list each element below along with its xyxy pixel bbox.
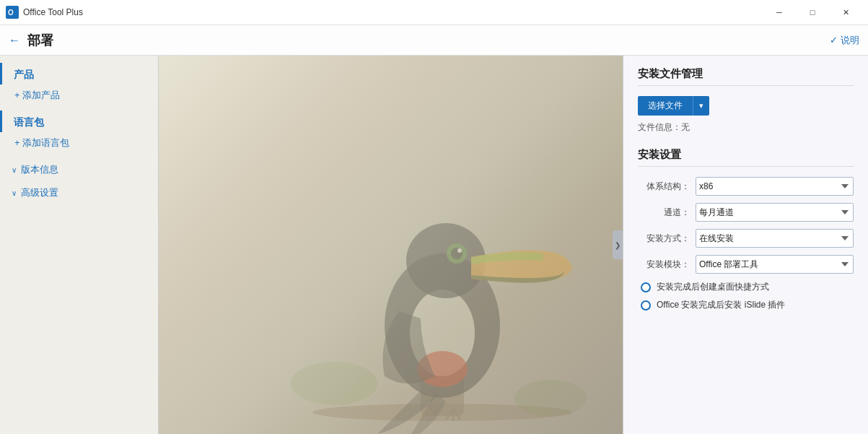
arch-label: 体系结构：	[638, 181, 690, 193]
arch-select[interactable]: x86 x64 ARM64	[696, 177, 854, 196]
close-button[interactable]: ✕	[829, 0, 862, 25]
sidebar-section-language: 语言包	[0, 110, 158, 132]
toucan-decoration	[262, 109, 623, 434]
right-panel: 安装文件管理 选择文件 ▾ 文件信息：无 安装设置 体系结构： x86 x64 …	[623, 56, 868, 434]
sidebar: 产品 + 添加产品 语言包 + 添加语言包 ∨ 版本信息 ∨ 高级设置	[0, 56, 159, 434]
sidebar-item-advanced-settings[interactable]: ∨ 高级设置	[0, 181, 158, 204]
maximize-button[interactable]: □	[796, 0, 829, 25]
checkbox-1-label[interactable]: 安装完成后创建桌面快捷方式	[657, 281, 769, 293]
checkbox-row-2: Office 安装完成后安装 iSlide 插件	[638, 299, 854, 311]
sidebar-item-add-product[interactable]: + 添加产品	[0, 84, 158, 106]
select-file-dropdown-button[interactable]: ▾	[693, 96, 709, 116]
add-language-label: + 添加语言包	[14, 136, 69, 149]
select-file-button[interactable]: 选择文件	[638, 96, 693, 116]
back-button[interactable]: ←	[9, 34, 20, 47]
panel-collapse-handle[interactable]: ❯	[613, 230, 623, 259]
file-info-label: 文件信息：	[638, 122, 681, 132]
help-link[interactable]: ✓ 说明	[830, 34, 859, 47]
sidebar-item-add-language[interactable]: + 添加语言包	[0, 132, 158, 154]
sidebar-item-version-info[interactable]: ∨ 版本信息	[0, 158, 158, 181]
checkbox-islide-plugin[interactable]	[641, 300, 651, 311]
app-icon: O	[6, 6, 19, 19]
checkbox-row-1: 安装完成后创建桌面快捷方式	[638, 281, 854, 293]
collapse-arrow-icon: ❯	[615, 241, 621, 249]
version-info-label: 版本信息	[21, 163, 58, 176]
install-module-label: 安装模块：	[638, 259, 690, 271]
header-left: ← 部署	[9, 32, 53, 49]
file-info: 文件信息：无	[638, 121, 854, 134]
chevron-down-icon: ∨	[12, 189, 17, 197]
install-settings-section: 安装设置 体系结构： x86 x64 ARM64 通道： 每月通道 当前频道 半…	[638, 148, 854, 311]
install-method-select[interactable]: 在线安装 离线安装 下载后安装	[696, 229, 854, 248]
channel-row: 通道： 每月通道 当前频道 半年企业频道 Beta版频道	[638, 203, 854, 222]
help-label: 说明	[841, 34, 859, 47]
page-title: 部署	[27, 32, 53, 49]
install-method-row: 安装方式： 在线安装 离线安装 下载后安装	[638, 229, 854, 248]
install-settings-title: 安装设置	[638, 148, 854, 167]
svg-point-11	[291, 362, 377, 405]
checkbox-desktop-shortcut[interactable]	[641, 282, 651, 292]
svg-point-10	[457, 248, 462, 253]
title-left: O Office Tool Plus	[6, 6, 83, 19]
add-product-label: + 添加产品	[14, 89, 60, 102]
checkbox-2-label[interactable]: Office 安装完成后安装 iSlide 插件	[657, 299, 785, 311]
advanced-settings-label: 高级设置	[21, 186, 58, 199]
minimize-button[interactable]: ─	[763, 0, 796, 25]
app-title: Office Tool Plus	[23, 7, 83, 17]
channel-label: 通道：	[638, 207, 690, 219]
background-area	[159, 56, 623, 434]
main-area: 产品 + 添加产品 语言包 + 添加语言包 ∨ 版本信息 ∨ 高级设置	[0, 56, 868, 434]
chevron-down-icon: ∨	[12, 166, 17, 174]
install-module-select[interactable]: Office 部署工具 Office Tool Plus	[696, 255, 854, 274]
sidebar-section-product: 产品	[0, 63, 158, 84]
header-bar: ← 部署 ✓ 说明	[0, 25, 868, 56]
file-management-section: 安装文件管理 选择文件 ▾ 文件信息：无	[638, 67, 854, 134]
file-mgmt-title: 安装文件管理	[638, 67, 854, 86]
svg-point-12	[514, 380, 587, 416]
arch-row: 体系结构： x86 x64 ARM64	[638, 177, 854, 196]
install-method-label: 安装方式：	[638, 233, 690, 245]
svg-text:O: O	[8, 9, 14, 17]
window-controls: ─ □ ✕	[763, 0, 862, 25]
checkmark-icon: ✓	[830, 35, 838, 45]
install-module-row: 安装模块： Office 部署工具 Office Tool Plus	[638, 255, 854, 274]
title-bar: O Office Tool Plus ─ □ ✕	[0, 0, 868, 25]
file-btn-group: 选择文件 ▾	[638, 96, 854, 116]
file-info-value: 无	[681, 122, 690, 132]
channel-select[interactable]: 每月通道 当前频道 半年企业频道 Beta版频道	[696, 203, 854, 222]
